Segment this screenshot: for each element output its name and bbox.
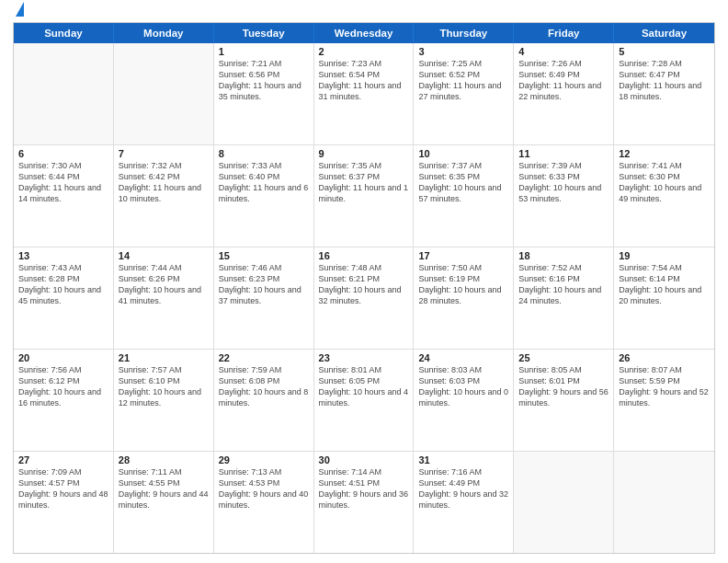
calendar-cell: 8Sunrise: 7:33 AM Sunset: 6:40 PM Daylig… — [214, 145, 314, 247]
day-number: 31 — [418, 454, 508, 465]
calendar-cell: 2Sunrise: 7:23 AM Sunset: 6:54 PM Daylig… — [314, 43, 415, 144]
calendar-cell: 11Sunrise: 7:39 AM Sunset: 6:33 PM Dayli… — [514, 145, 614, 247]
header — [13, 9, 715, 15]
calendar-cell: 13Sunrise: 7:43 AM Sunset: 6:28 PM Dayli… — [14, 247, 114, 349]
day-info: Sunrise: 8:01 AM Sunset: 6:05 PM Dayligh… — [319, 364, 409, 409]
day-number: 3 — [418, 46, 508, 57]
calendar: SundayMondayTuesdayWednesdayThursdayFrid… — [13, 22, 715, 554]
weekday-header: Friday — [514, 23, 614, 43]
day-info: Sunrise: 7:37 AM Sunset: 6:35 PM Dayligh… — [418, 160, 508, 205]
calendar-row: 6Sunrise: 7:30 AM Sunset: 6:44 PM Daylig… — [14, 145, 714, 247]
calendar-cell: 23Sunrise: 8:01 AM Sunset: 6:05 PM Dayli… — [314, 350, 415, 451]
calendar-header: SundayMondayTuesdayWednesdayThursdayFrid… — [14, 23, 714, 43]
weekday-header: Saturday — [614, 23, 714, 43]
day-number: 27 — [18, 454, 108, 465]
day-number: 26 — [619, 352, 710, 363]
weekday-header: Monday — [114, 23, 214, 43]
day-number: 8 — [219, 148, 309, 159]
day-number: 7 — [119, 148, 209, 159]
calendar-cell: 31Sunrise: 7:16 AM Sunset: 4:49 PM Dayli… — [414, 452, 514, 553]
day-number: 21 — [119, 352, 209, 363]
calendar-cell: 19Sunrise: 7:54 AM Sunset: 6:14 PM Dayli… — [614, 247, 714, 349]
day-number: 20 — [18, 352, 108, 363]
calendar-cell — [14, 43, 114, 144]
day-number: 13 — [18, 250, 108, 261]
calendar-cell: 3Sunrise: 7:25 AM Sunset: 6:52 PM Daylig… — [414, 43, 514, 144]
day-number: 24 — [418, 352, 508, 363]
calendar-cell — [614, 452, 714, 553]
day-info: Sunrise: 7:41 AM Sunset: 6:30 PM Dayligh… — [619, 160, 710, 205]
day-info: Sunrise: 8:05 AM Sunset: 6:01 PM Dayligh… — [518, 364, 609, 409]
day-number: 28 — [119, 454, 209, 465]
calendar-cell: 1Sunrise: 7:21 AM Sunset: 6:56 PM Daylig… — [214, 43, 314, 144]
day-info: Sunrise: 7:48 AM Sunset: 6:21 PM Dayligh… — [319, 262, 409, 307]
calendar-cell: 18Sunrise: 7:52 AM Sunset: 6:16 PM Dayli… — [514, 247, 614, 349]
day-number: 14 — [119, 250, 209, 261]
day-info: Sunrise: 8:03 AM Sunset: 6:03 PM Dayligh… — [418, 364, 508, 409]
day-info: Sunrise: 7:23 AM Sunset: 6:54 PM Dayligh… — [319, 58, 409, 103]
calendar-cell: 6Sunrise: 7:30 AM Sunset: 6:44 PM Daylig… — [14, 145, 114, 247]
calendar-cell: 12Sunrise: 7:41 AM Sunset: 6:30 PM Dayli… — [614, 145, 714, 247]
day-number: 1 — [219, 46, 309, 57]
calendar-cell: 28Sunrise: 7:11 AM Sunset: 4:55 PM Dayli… — [114, 452, 214, 553]
calendar-row: 20Sunrise: 7:56 AM Sunset: 6:12 PM Dayli… — [14, 350, 714, 452]
calendar-cell: 27Sunrise: 7:09 AM Sunset: 4:57 PM Dayli… — [14, 452, 114, 553]
day-info: Sunrise: 7:57 AM Sunset: 6:10 PM Dayligh… — [119, 364, 209, 409]
logo — [13, 9, 24, 15]
day-number: 23 — [319, 352, 409, 363]
day-number: 30 — [319, 454, 409, 465]
calendar-cell: 20Sunrise: 7:56 AM Sunset: 6:12 PM Dayli… — [14, 350, 114, 451]
day-number: 15 — [219, 250, 309, 261]
day-number: 6 — [18, 148, 108, 159]
calendar-cell — [114, 43, 214, 144]
day-number: 2 — [319, 46, 409, 57]
day-info: Sunrise: 7:16 AM Sunset: 4:49 PM Dayligh… — [418, 466, 508, 511]
day-info: Sunrise: 8:07 AM Sunset: 5:59 PM Dayligh… — [619, 364, 710, 409]
day-info: Sunrise: 7:35 AM Sunset: 6:37 PM Dayligh… — [319, 160, 409, 205]
calendar-cell: 9Sunrise: 7:35 AM Sunset: 6:37 PM Daylig… — [314, 145, 415, 247]
calendar-cell: 4Sunrise: 7:26 AM Sunset: 6:49 PM Daylig… — [514, 43, 614, 144]
day-number: 12 — [619, 148, 710, 159]
day-info: Sunrise: 7:50 AM Sunset: 6:19 PM Dayligh… — [418, 262, 508, 307]
calendar-cell: 30Sunrise: 7:14 AM Sunset: 4:51 PM Dayli… — [314, 452, 415, 553]
calendar-cell: 15Sunrise: 7:46 AM Sunset: 6:23 PM Dayli… — [214, 247, 314, 349]
calendar-cell: 5Sunrise: 7:28 AM Sunset: 6:47 PM Daylig… — [614, 43, 714, 144]
calendar-cell — [514, 452, 614, 553]
calendar-cell: 22Sunrise: 7:59 AM Sunset: 6:08 PM Dayli… — [214, 350, 314, 451]
calendar-row: 27Sunrise: 7:09 AM Sunset: 4:57 PM Dayli… — [14, 452, 714, 553]
day-info: Sunrise: 7:13 AM Sunset: 4:53 PM Dayligh… — [219, 466, 309, 511]
day-info: Sunrise: 7:52 AM Sunset: 6:16 PM Dayligh… — [518, 262, 609, 307]
day-info: Sunrise: 7:44 AM Sunset: 6:26 PM Dayligh… — [119, 262, 209, 307]
calendar-cell: 29Sunrise: 7:13 AM Sunset: 4:53 PM Dayli… — [214, 452, 314, 553]
page: SundayMondayTuesdayWednesdayThursdayFrid… — [0, 0, 728, 563]
day-info: Sunrise: 7:11 AM Sunset: 4:55 PM Dayligh… — [119, 466, 209, 511]
day-info: Sunrise: 7:21 AM Sunset: 6:56 PM Dayligh… — [219, 58, 309, 103]
day-info: Sunrise: 7:14 AM Sunset: 4:51 PM Dayligh… — [319, 466, 409, 511]
day-info: Sunrise: 7:54 AM Sunset: 6:14 PM Dayligh… — [619, 262, 710, 307]
day-info: Sunrise: 7:56 AM Sunset: 6:12 PM Dayligh… — [18, 364, 108, 409]
day-info: Sunrise: 7:25 AM Sunset: 6:52 PM Dayligh… — [418, 58, 508, 103]
calendar-cell: 7Sunrise: 7:32 AM Sunset: 6:42 PM Daylig… — [114, 145, 214, 247]
day-info: Sunrise: 7:33 AM Sunset: 6:40 PM Dayligh… — [219, 160, 309, 205]
day-number: 22 — [219, 352, 309, 363]
day-number: 10 — [418, 148, 508, 159]
day-number: 18 — [518, 250, 609, 261]
day-info: Sunrise: 7:28 AM Sunset: 6:47 PM Dayligh… — [619, 58, 710, 103]
calendar-cell: 21Sunrise: 7:57 AM Sunset: 6:10 PM Dayli… — [114, 350, 214, 451]
day-number: 17 — [418, 250, 508, 261]
day-info: Sunrise: 7:32 AM Sunset: 6:42 PM Dayligh… — [119, 160, 209, 205]
day-number: 9 — [319, 148, 409, 159]
day-number: 19 — [619, 250, 710, 261]
day-number: 11 — [518, 148, 609, 159]
day-info: Sunrise: 7:59 AM Sunset: 6:08 PM Dayligh… — [219, 364, 309, 409]
day-number: 16 — [319, 250, 409, 261]
day-number: 5 — [619, 46, 710, 57]
day-info: Sunrise: 7:39 AM Sunset: 6:33 PM Dayligh… — [518, 160, 609, 205]
weekday-header: Wednesday — [314, 23, 415, 43]
weekday-header: Thursday — [414, 23, 514, 43]
calendar-cell: 26Sunrise: 8:07 AM Sunset: 5:59 PM Dayli… — [614, 350, 714, 451]
calendar-cell: 16Sunrise: 7:48 AM Sunset: 6:21 PM Dayli… — [314, 247, 415, 349]
weekday-header: Sunday — [14, 23, 114, 43]
day-number: 25 — [518, 352, 609, 363]
day-info: Sunrise: 7:30 AM Sunset: 6:44 PM Dayligh… — [18, 160, 108, 205]
